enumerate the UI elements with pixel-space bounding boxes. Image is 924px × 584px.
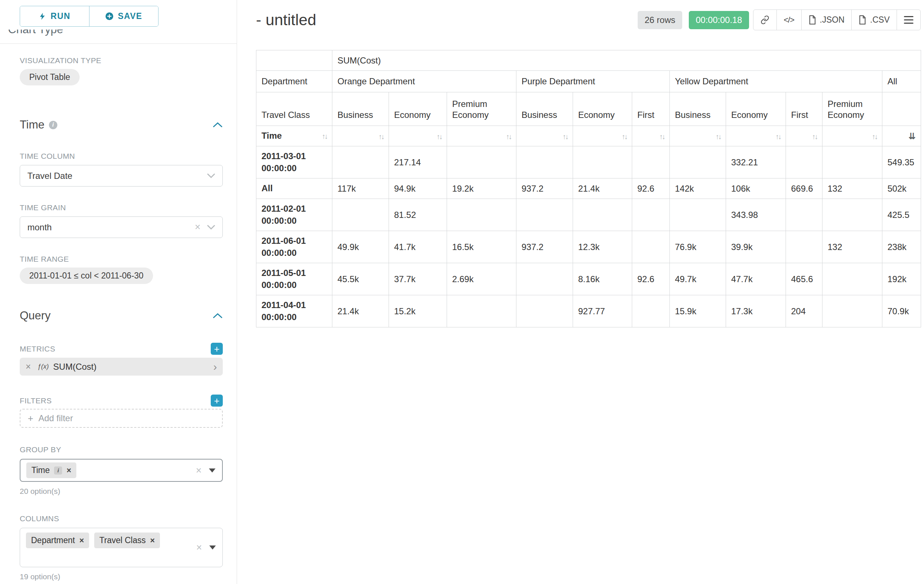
pivot-cell bbox=[516, 199, 573, 231]
sort-icon[interactable] bbox=[872, 131, 877, 141]
save-button[interactable]: SAVE bbox=[89, 6, 158, 26]
sort-cell[interactable] bbox=[516, 126, 573, 146]
remove-metric-icon[interactable]: × bbox=[26, 361, 31, 372]
caret-right-icon[interactable]: › bbox=[213, 361, 217, 372]
time-column-label: TIME COLUMN bbox=[20, 152, 223, 161]
sort-icon[interactable] bbox=[716, 131, 721, 141]
chip-label: Time bbox=[31, 466, 50, 475]
sort-icon[interactable] bbox=[506, 131, 511, 141]
query-section-header: Query bbox=[20, 309, 223, 322]
sort-icon[interactable] bbox=[812, 131, 817, 141]
travel-class-axis-label: Travel Class bbox=[256, 92, 332, 126]
sort-cell[interactable] bbox=[447, 126, 516, 146]
sort-icon[interactable] bbox=[622, 131, 627, 141]
pivot-table: SUM(Cost) Department Orange Department P… bbox=[256, 50, 921, 327]
remove-chip-icon[interactable]: × bbox=[79, 536, 84, 545]
columns-chip-travel-class[interactable]: Travel Class × bbox=[94, 533, 160, 548]
metrics-label: METRICS bbox=[20, 345, 55, 353]
sort-desc-icon[interactable] bbox=[909, 131, 916, 141]
sort-cell[interactable] bbox=[726, 126, 786, 146]
info-icon[interactable]: i bbox=[54, 466, 62, 474]
pivot-cell: 117k bbox=[332, 178, 389, 199]
time-grain-select[interactable]: month × bbox=[20, 216, 223, 238]
pivot-cell: 19.2k bbox=[447, 178, 516, 199]
time-range-pill[interactable]: 2011-01-01 ≤ col < 2011-06-30 bbox=[20, 268, 153, 284]
pivot-row: 2011-05-01 00:00:00 45.5k 37.7k 2.69k 8.… bbox=[256, 263, 921, 295]
sort-cell-all[interactable] bbox=[882, 126, 921, 146]
chevron-up-icon[interactable] bbox=[213, 122, 223, 128]
pivot-cell bbox=[447, 146, 516, 178]
pivot-cell: 937.2 bbox=[516, 231, 573, 263]
time-grain-value: month bbox=[27, 222, 52, 232]
view-query-button[interactable]: </> bbox=[776, 10, 802, 30]
clear-all-icon[interactable]: × bbox=[196, 466, 201, 475]
sort-cell[interactable] bbox=[670, 126, 726, 146]
explore-page: RUN SAVE Chart Type VISUALIZATION TYPE P… bbox=[0, 0, 924, 584]
pivot-cell: 81.52 bbox=[389, 199, 447, 231]
pivot-cell: 76.9k bbox=[670, 231, 726, 263]
sort-cell[interactable] bbox=[632, 126, 670, 146]
sort-cell[interactable] bbox=[786, 126, 822, 146]
actions-bar: RUN SAVE bbox=[0, 0, 237, 29]
chevron-up-icon[interactable] bbox=[213, 313, 223, 319]
pivot-cell: 45.5k bbox=[332, 263, 389, 295]
pivot-cell: 47.7k bbox=[726, 263, 786, 295]
sort-cell[interactable] bbox=[822, 126, 882, 146]
file-icon bbox=[859, 15, 866, 25]
export-json-button[interactable]: .JSON bbox=[801, 10, 852, 30]
sort-icon[interactable] bbox=[563, 131, 568, 141]
sort-icon[interactable] bbox=[322, 131, 327, 141]
sort-cell[interactable] bbox=[332, 126, 389, 146]
pivot-cell: 70.9k bbox=[882, 295, 921, 327]
pivot-cell: 132 bbox=[822, 178, 882, 199]
time-column-select[interactable]: Travel Date bbox=[20, 165, 223, 186]
pivot-cell bbox=[447, 199, 516, 231]
pivot-cell bbox=[822, 146, 882, 178]
chevron-down-icon[interactable] bbox=[207, 173, 215, 178]
pivot-cell: 92.6 bbox=[632, 263, 670, 295]
remove-chip-icon[interactable]: × bbox=[150, 536, 155, 545]
info-icon[interactable]: i bbox=[49, 121, 57, 129]
clear-all-icon[interactable]: × bbox=[196, 543, 202, 553]
pivot-cell: 21.4k bbox=[573, 178, 632, 199]
sort-icon[interactable] bbox=[776, 131, 780, 141]
pivot-cell: 343.98 bbox=[726, 199, 786, 231]
pivot-cell bbox=[822, 295, 882, 327]
pivot-cell bbox=[632, 295, 670, 327]
time-column-value: Travel Date bbox=[27, 171, 72, 181]
short-link-button[interactable] bbox=[753, 10, 777, 30]
pivot-cell bbox=[516, 146, 573, 178]
add-metric-button[interactable]: + bbox=[211, 343, 223, 355]
columns-chip-department[interactable]: Department × bbox=[26, 533, 89, 548]
visualization-type-label: VISUALIZATION TYPE bbox=[20, 56, 223, 65]
chart-title[interactable]: - untitled bbox=[256, 11, 316, 29]
metric-chip[interactable]: × ƒ(x) SUM(Cost) › bbox=[20, 358, 223, 375]
chip-label: Department bbox=[31, 535, 75, 545]
group-by-select[interactable]: Time i × × bbox=[20, 459, 223, 482]
pivot-cell: 39.9k bbox=[726, 231, 786, 263]
sort-cell[interactable] bbox=[389, 126, 447, 146]
dropdown-caret-icon[interactable] bbox=[209, 468, 216, 472]
pivot-cell: 2.69k bbox=[447, 263, 516, 295]
pivot-cell: 49.7k bbox=[670, 263, 726, 295]
remove-chip-icon[interactable]: × bbox=[66, 466, 71, 474]
export-csv-button[interactable]: .CSV bbox=[851, 10, 897, 30]
dropdown-caret-icon[interactable] bbox=[209, 546, 216, 550]
pivot-cell bbox=[822, 263, 882, 295]
clear-icon[interactable]: × bbox=[195, 222, 201, 232]
add-filter-button[interactable]: + bbox=[211, 395, 223, 406]
row-label: 2011-03-01 00:00:00 bbox=[256, 146, 332, 178]
query-section-title: Query bbox=[20, 309, 50, 322]
group-by-chip-time[interactable]: Time i × bbox=[26, 462, 76, 478]
sort-icon[interactable] bbox=[659, 131, 664, 141]
run-button[interactable]: RUN bbox=[20, 6, 89, 26]
time-sort-cell[interactable]: Time bbox=[256, 126, 332, 146]
chevron-down-icon[interactable] bbox=[207, 225, 215, 230]
more-options-button[interactable] bbox=[897, 10, 921, 30]
visualization-type-pill[interactable]: Pivot Table bbox=[20, 69, 79, 86]
sort-icon[interactable] bbox=[436, 131, 442, 141]
sort-cell[interactable] bbox=[573, 126, 632, 146]
add-filter-dropzone[interactable]: + Add filter bbox=[20, 409, 223, 428]
sort-icon[interactable] bbox=[378, 131, 383, 141]
columns-select[interactable]: Department × Travel Class × × bbox=[20, 528, 223, 567]
